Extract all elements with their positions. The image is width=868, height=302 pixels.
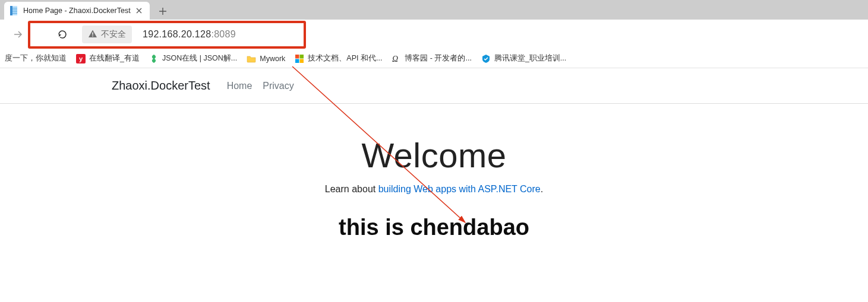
- bookmark-label: 腾讯课堂_职业培训...: [494, 53, 566, 63]
- cnblogs-icon: Ω: [392, 54, 401, 63]
- bookmark-label: 技术文档、API 和代...: [308, 53, 382, 63]
- browser-address-bar: 不安全 192.168.20.128:8089: [0, 20, 868, 49]
- reload-button[interactable]: [56, 28, 69, 41]
- youdao-icon: y: [76, 54, 86, 63]
- address-url[interactable]: 192.168.20.128:8089: [143, 29, 236, 40]
- new-tab-button[interactable]: [154, 3, 171, 20]
- navbar-brand[interactable]: Zhaoxi.DockerTest: [112, 79, 210, 93]
- browser-tabs: Home Page - Zhaoxi.DockerTest: [0, 0, 868, 20]
- svg-rect-2: [12, 8, 17, 9]
- bookmark-label: 博客园 - 开发者的...: [405, 53, 472, 63]
- bookmark-label: JSON在线 | JSON解...: [162, 53, 237, 63]
- bookmark-item[interactable]: Mywork: [242, 51, 290, 66]
- tencent-class-icon: [481, 54, 491, 63]
- bookmark-item[interactable]: 技术文档、API 和代...: [290, 51, 387, 66]
- bookmark-label: 度一下，你就知道: [5, 53, 67, 63]
- svg-text:Ω: Ω: [392, 55, 398, 63]
- svg-rect-7: [92, 35, 93, 36]
- learn-suffix: .: [541, 184, 543, 194]
- forward-arrow-icon[interactable]: [11, 27, 25, 42]
- bookmark-item[interactable]: JSON在线 | JSON解...: [144, 51, 242, 66]
- svg-rect-13: [300, 59, 304, 63]
- bookmark-label: Mywork: [260, 55, 285, 63]
- security-badge[interactable]: 不安全: [82, 26, 132, 43]
- tab-favicon: [9, 6, 18, 15]
- bookmarks-bar: 度一下，你就知道 y 在线翻译_有道 JSON在线 | JSON解... Myw…: [0, 49, 868, 68]
- microsoft-icon: [295, 54, 304, 63]
- svg-rect-6: [92, 32, 93, 34]
- svg-rect-4: [12, 11, 17, 12]
- learn-link[interactable]: building Web apps with ASP.NET Core: [378, 184, 541, 194]
- json-icon: [149, 54, 159, 63]
- page-content: Welcome Learn about building Web apps wi…: [0, 104, 868, 240]
- svg-rect-10: [295, 55, 299, 59]
- svg-rect-1: [12, 6, 17, 15]
- security-label: 不安全: [101, 29, 126, 40]
- learn-paragraph: Learn about building Web apps with ASP.N…: [0, 184, 868, 195]
- welcome-heading: Welcome: [0, 135, 868, 175]
- url-host: 192.168.20.128: [143, 29, 211, 39]
- url-port: :8089: [211, 29, 236, 39]
- folder-icon: [247, 54, 256, 63]
- bookmark-label: 在线翻译_有道: [89, 53, 140, 63]
- svg-rect-5: [12, 13, 17, 14]
- site-navbar: Zhaoxi.DockerTest Home Privacy: [0, 68, 868, 104]
- nav-link-privacy[interactable]: Privacy: [263, 81, 293, 91]
- tab-close-icon[interactable]: [134, 6, 144, 16]
- bookmark-item[interactable]: y 在线翻译_有道: [71, 51, 144, 66]
- svg-rect-0: [10, 6, 12, 15]
- svg-rect-11: [300, 55, 304, 59]
- tab-title: Home Page - Zhaoxi.DockerTest: [23, 7, 134, 15]
- svg-rect-3: [12, 9, 17, 11]
- learn-prefix: Learn about: [325, 184, 378, 194]
- warning-icon: [88, 29, 97, 40]
- hero-heading: this is chendabao: [0, 215, 868, 240]
- svg-rect-12: [295, 59, 299, 63]
- bookmark-item[interactable]: 腾讯课堂_职业培训...: [476, 51, 571, 66]
- bookmark-item[interactable]: 度一下，你就知道: [0, 51, 71, 66]
- bookmark-item[interactable]: Ω 博客园 - 开发者的...: [387, 51, 476, 66]
- browser-tab[interactable]: Home Page - Zhaoxi.DockerTest: [4, 2, 150, 20]
- svg-text:y: y: [79, 55, 83, 62]
- nav-link-home[interactable]: Home: [227, 81, 252, 91]
